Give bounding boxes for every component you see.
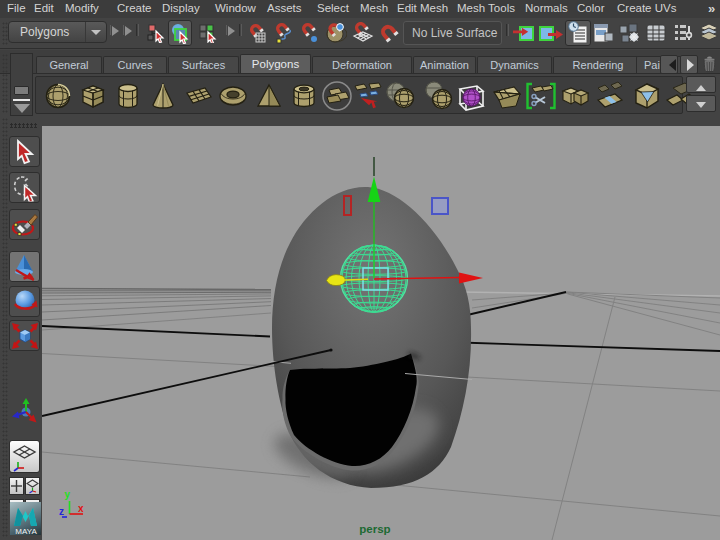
svg-text:y: y [65, 489, 71, 500]
svg-text:MAYA: MAYA [15, 527, 37, 536]
svg-text:x: x [78, 503, 84, 514]
svg-text:z: z [59, 506, 64, 517]
svg-text:persp: persp [359, 523, 390, 535]
